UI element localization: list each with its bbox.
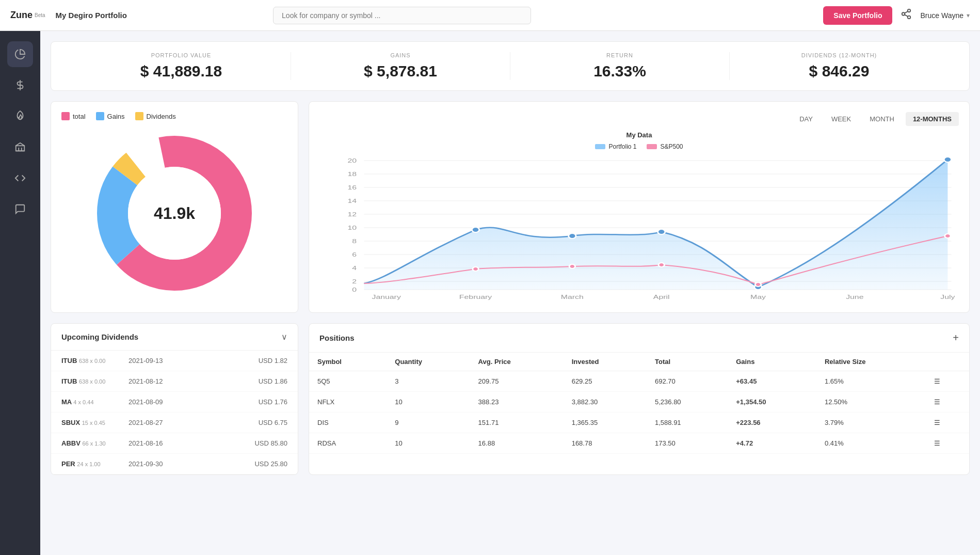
dividend-amount-2: USD 1.76	[259, 398, 287, 406]
time-buttons: DAY WEEK MONTH 12-MONTHS	[319, 112, 959, 126]
svg-text:March: March	[561, 294, 584, 300]
donut-chart: 41.9k	[92, 131, 257, 296]
svg-point-51	[755, 282, 761, 287]
bottom-row: Upcoming Dividends ∨ ITUB 638 x 0.00 202…	[51, 323, 970, 475]
main-content: PORTFOLIO VALUE $ 41,889.18 GAINS $ 5,87…	[40, 31, 980, 555]
cell-avg-price-3: 16.88	[470, 433, 564, 454]
cell-invested-3: 168.78	[564, 433, 647, 454]
dividend-symbol-3: SBUX 15 x 0.45	[61, 419, 123, 426]
svg-point-45	[658, 229, 665, 234]
dividend-amount-3: USD 6.75	[259, 419, 287, 426]
cell-quantity-1: 10	[387, 392, 470, 413]
legend-portfolio-color	[595, 144, 605, 149]
dividend-symbol-0: ITUB 638 x 0.00	[61, 357, 123, 364]
legend-dividends: Dividends	[135, 112, 176, 120]
legend-total-label: total	[73, 113, 86, 120]
cell-total-0: 692.70	[647, 371, 728, 392]
svg-point-0	[908, 9, 911, 12]
cell-invested-1: 3,882.30	[564, 392, 647, 413]
sidebar-item-chart[interactable]	[7, 41, 33, 67]
dividend-row-4: ABBV 66 x 1.30 2021-08-16 USD 85.80	[51, 433, 298, 454]
col-symbol: Symbol	[309, 353, 387, 371]
sidebar-item-dollar[interactable]	[7, 72, 33, 98]
table-row: NFLX 10 388.23 3,882.30 5,236.80 +1,354.…	[309, 392, 969, 413]
sidebar-item-fire[interactable]	[7, 103, 33, 129]
sidebar-item-bank[interactable]	[7, 134, 33, 160]
positions-header: Positions +	[309, 324, 969, 353]
cell-invested-0: 629.25	[564, 371, 647, 392]
user-menu[interactable]: Bruce Wayne ▾	[920, 11, 970, 20]
brand-name: Zune	[10, 10, 33, 21]
cell-symbol-0: 5Q5	[309, 371, 387, 392]
svg-line-4	[905, 11, 908, 13]
time-btn-12months[interactable]: 12-MONTHS	[906, 112, 959, 126]
portfolio-value-label: PORTFOLIO VALUE	[72, 52, 291, 58]
return-value: 16.33%	[510, 62, 729, 80]
cell-avg-price-2: 151.71	[470, 413, 564, 433]
chart-section: DAY WEEK MONTH 12-MONTHS My Data Portfol…	[309, 101, 970, 313]
chevron-down-icon: ▾	[967, 12, 970, 19]
page-title: My Degiro Portfolio	[56, 11, 127, 20]
header-actions: Save Portfolio Bruce Wayne ▾	[823, 6, 970, 25]
save-portfolio-button[interactable]: Save Portfolio	[823, 6, 892, 25]
svg-text:18: 18	[347, 171, 357, 177]
legend-portfolio-label: Portfolio 1	[608, 143, 636, 150]
dividends-section: Upcoming Dividends ∨ ITUB 638 x 0.00 202…	[51, 323, 298, 475]
dividends-value: $ 846.29	[730, 62, 949, 80]
svg-text:6: 6	[352, 251, 357, 258]
stats-row: PORTFOLIO VALUE $ 41,889.18 GAINS $ 5,87…	[51, 41, 970, 91]
col-avg-price: Avg. Price	[470, 353, 564, 371]
search-input[interactable]	[273, 7, 531, 24]
cell-actions-1[interactable]: ☰	[926, 392, 969, 413]
legend-sp500-label: S&P500	[660, 143, 683, 150]
cell-relative-3: 0.41%	[816, 433, 926, 454]
cell-actions-2[interactable]: ☰	[926, 413, 969, 433]
cell-gains-1: +1,354.50	[728, 392, 816, 413]
time-btn-week[interactable]: WEEK	[824, 112, 858, 126]
svg-text:10: 10	[347, 225, 357, 231]
table-row: 5Q5 3 209.75 629.25 692.70 +63.45 1.65% …	[309, 371, 969, 392]
svg-point-44	[569, 233, 576, 239]
time-btn-month[interactable]: MONTH	[862, 112, 902, 126]
svg-text:14: 14	[347, 198, 357, 204]
sidebar-item-chat[interactable]	[7, 196, 33, 222]
add-position-button[interactable]: +	[953, 332, 959, 344]
svg-point-52	[945, 234, 951, 238]
table-row: RDSA 10 16.88 168.78 173.50 +4.72 0.41% …	[309, 433, 969, 454]
positions-title: Positions	[319, 334, 355, 342]
legend-gains-dot	[96, 112, 104, 120]
donut-center-value: 41.9k	[154, 204, 195, 223]
dividends-toggle[interactable]: ∨	[281, 332, 287, 342]
cell-quantity-2: 9	[387, 413, 470, 433]
cell-actions-0[interactable]: ☰	[926, 371, 969, 392]
gains-value: $ 5,878.81	[291, 62, 510, 80]
share-icon[interactable]	[901, 8, 912, 22]
dividend-date-3: 2021-08-27	[128, 419, 253, 426]
dividend-amount-1: USD 1.86	[259, 377, 287, 385]
svg-point-43	[472, 227, 479, 232]
portfolio-value: $ 41,889.18	[72, 62, 291, 80]
positions-section: Positions + Symbol Quantity Avg. Price I…	[309, 323, 970, 475]
cell-actions-3[interactable]: ☰	[926, 433, 969, 454]
dividend-date-2: 2021-08-09	[128, 398, 253, 406]
col-relative-size: Relative Size	[816, 353, 926, 371]
dividend-date-5: 2021-09-30	[128, 460, 249, 468]
dividend-amount-5: USD 25.80	[254, 460, 287, 468]
legend-sp500-color	[647, 144, 657, 149]
stat-portfolio-value: PORTFOLIO VALUE $ 41,889.18	[72, 52, 291, 80]
stat-dividends: DIVIDENDS (12-MONTH) $ 846.29	[730, 52, 949, 80]
svg-text:April: April	[653, 294, 670, 300]
legend-dividends-label: Dividends	[147, 113, 176, 120]
gains-label: GAINS	[291, 52, 510, 58]
dividend-symbol-1: ITUB 638 x 0.00	[61, 377, 123, 385]
stat-gains: GAINS $ 5,878.81	[291, 52, 510, 80]
cell-relative-2: 3.79%	[816, 413, 926, 433]
line-chart-svg: 20 18 16 14 12 10 8 6 4 2 0 January Febr…	[319, 155, 959, 300]
sidebar-item-code[interactable]	[7, 165, 33, 191]
dividend-symbol-4: ABBV 66 x 1.30	[61, 439, 123, 447]
svg-point-1	[902, 12, 905, 15]
svg-text:June: June	[846, 294, 863, 300]
search-container	[273, 7, 531, 24]
header: ZuneBeta My Degiro Portfolio Save Portfo…	[0, 0, 980, 31]
time-btn-day[interactable]: DAY	[792, 112, 820, 126]
